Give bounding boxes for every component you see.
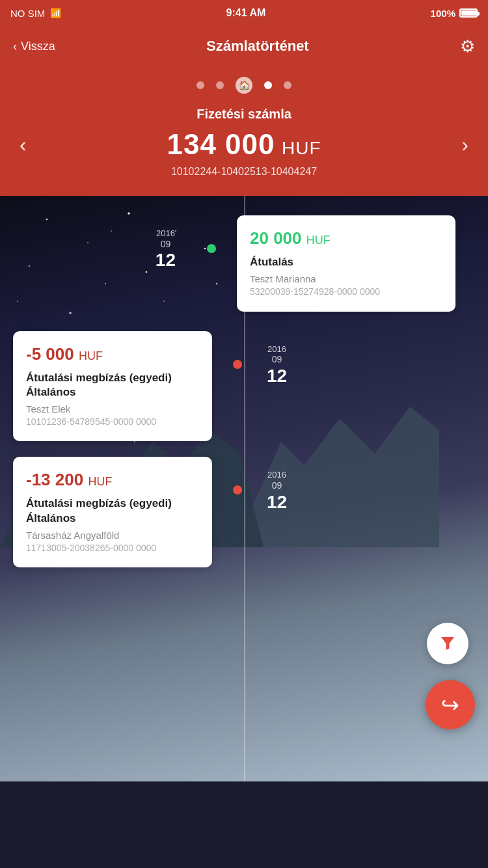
date-right-2: 2016 09 12 <box>254 331 488 387</box>
tx3-type: Átutalási megbízás (egyedi) Általános <box>26 496 199 525</box>
tx2-card-container: -5 000 HUF Átutalási megbízás (egyedi) Á… <box>0 331 221 442</box>
page-indicators: 🏠 <box>13 77 475 94</box>
header-section: 🏠 Fizetési számla ‹ 134 000 HUF › 101022… <box>0 66 488 196</box>
tx2-year: 2016 <box>267 344 287 355</box>
tx2-day: 12 <box>267 365 287 387</box>
amount-row: ‹ 134 000 HUF › <box>13 128 475 161</box>
nav-bar: ‹ Vissza Számlatörténet ⚙ <box>0 26 488 66</box>
date-left-1: 2016 09 12 <box>0 215 195 271</box>
tx3-amount: -13 200 HUF <box>26 470 199 490</box>
date-right-3: 2016 09 12 <box>254 457 488 513</box>
tx1-card-container: 20 000 HUF Átutalás Teszt Marianna 53200… <box>228 215 468 312</box>
share-button[interactable]: ↩ <box>426 680 475 729</box>
account-number: 10102244-10402513-10404247 <box>13 166 475 178</box>
tx3-card-container: -13 200 HUF Átutalási megbízás (egyedi) … <box>0 457 221 567</box>
filter-icon <box>438 634 457 653</box>
no-sim-label: NO SIM <box>10 8 45 19</box>
tx3-account: 11713005-20038265-0000 0000 <box>26 542 199 555</box>
tx3-year: 2016 <box>267 470 287 480</box>
transaction-card-2[interactable]: -5 000 HUF Átutalási megbízás (egyedi) Á… <box>13 331 212 442</box>
tx1-dot <box>207 244 216 253</box>
status-left: NO SIM 📶 <box>10 8 61 19</box>
status-time: 9:41 AM <box>226 7 266 19</box>
tx3-month: 09 <box>267 480 287 491</box>
transaction-row-1: 2016 09 12 20 000 HUF Átutalás Teszt Mar… <box>0 196 488 312</box>
indicator-dot-1[interactable] <box>197 81 204 89</box>
status-right: 100% <box>431 8 478 19</box>
transaction-row-2: -5 000 HUF Átutalási megbízás (egyedi) Á… <box>0 312 488 442</box>
tx2-name: Teszt Elek <box>26 403 199 414</box>
tx1-month: 09 <box>156 239 176 250</box>
back-button[interactable]: ‹ Vissza <box>13 40 55 53</box>
tx1-day: 12 <box>156 249 176 271</box>
indicator-dot-5[interactable] <box>284 81 291 89</box>
filter-button[interactable] <box>427 623 468 664</box>
balance-display: 134 000 HUF <box>167 128 321 161</box>
tx2-month: 09 <box>267 354 287 365</box>
tx1-year: 2016 <box>156 228 176 239</box>
tx3-name: Társasház Angyalföld <box>26 530 199 541</box>
tx2-type: Átutalási megbízás (egyedi) Általános <box>26 371 199 400</box>
tx2-account: 10101236-54789545-0000 0000 <box>26 416 199 429</box>
tx3-dot <box>233 485 242 495</box>
next-account-button[interactable]: › <box>461 133 468 157</box>
transaction-row-3: -13 200 HUF Átutalási megbízás (egyedi) … <box>0 441 488 567</box>
tx1-type: Átutalás <box>250 255 442 269</box>
timeline-area: 2016 09 12 20 000 HUF Átutalás Teszt Mar… <box>0 196 488 781</box>
back-chevron-icon: ‹ <box>13 40 17 53</box>
indicator-dot-2[interactable] <box>216 81 224 89</box>
tx1-amount: 20 000 HUF <box>250 228 442 249</box>
status-bar: NO SIM 📶 9:41 AM 100% <box>0 0 488 26</box>
battery-icon <box>459 8 478 18</box>
transaction-card-1[interactable]: 20 000 HUF Átutalás Teszt Marianna 53200… <box>237 215 455 312</box>
settings-button[interactable]: ⚙ <box>460 36 475 57</box>
account-label: Fizetési számla <box>13 107 475 122</box>
prev-account-button[interactable]: ‹ <box>20 133 27 157</box>
tx3-day: 12 <box>267 491 287 513</box>
page-title: Számlatörténet <box>206 38 309 55</box>
indicator-dot-active[interactable] <box>264 81 272 89</box>
indicator-home-icon[interactable]: 🏠 <box>236 77 252 94</box>
transaction-card-3[interactable]: -13 200 HUF Átutalási megbízás (egyedi) … <box>13 457 212 567</box>
balance-amount: 134 000 <box>167 128 275 160</box>
tx1-name: Teszt Marianna <box>250 273 442 284</box>
tx1-account: 53200039-15274928-0000 0000 <box>250 286 442 299</box>
battery-label: 100% <box>431 8 455 19</box>
wifi-icon: 📶 <box>50 8 61 18</box>
tx2-dot <box>233 360 242 369</box>
back-label: Vissza <box>21 40 55 53</box>
tx2-amount: -5 000 HUF <box>26 344 199 364</box>
balance-currency: HUF <box>282 138 321 158</box>
